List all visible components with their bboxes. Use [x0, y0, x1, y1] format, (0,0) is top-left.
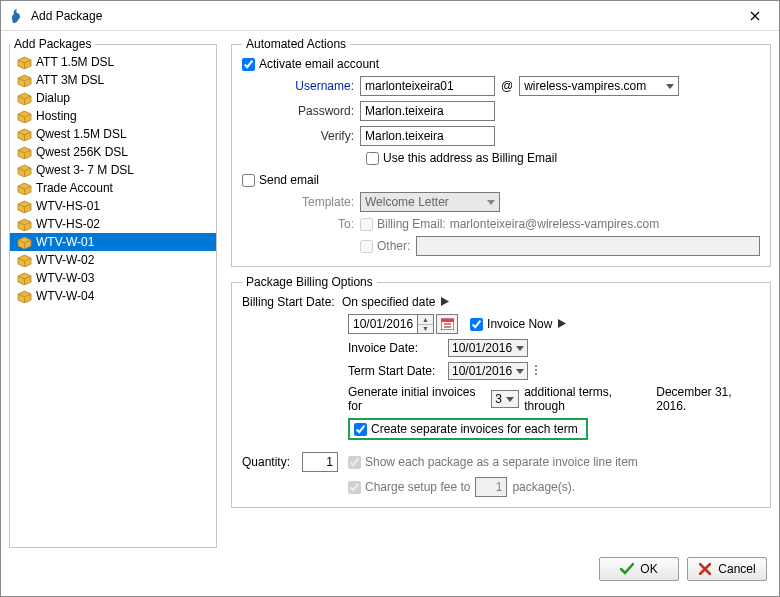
- package-label: WTV-W-03: [36, 271, 94, 285]
- password-input[interactable]: [360, 101, 495, 121]
- titlebar: Add Package: [1, 1, 779, 31]
- gen-prefix: Generate initial invoices for: [348, 385, 486, 413]
- package-item[interactable]: Hosting: [10, 107, 216, 125]
- package-label: Qwest 1.5M DSL: [36, 127, 127, 141]
- package-item[interactable]: Dialup: [10, 89, 216, 107]
- billing-email-checkbox[interactable]: Billing Email:: [360, 217, 446, 231]
- package-icon: [16, 216, 32, 232]
- password-label: Password:: [270, 104, 360, 118]
- package-icon: [16, 270, 32, 286]
- package-icon: [16, 198, 32, 214]
- separate-invoices-label: Create separate invoices for each term: [371, 422, 578, 436]
- show-each-checkbox[interactable]: Show each package as a separate invoice …: [348, 455, 638, 469]
- package-item[interactable]: WTV-HS-01: [10, 197, 216, 215]
- spin-buttons[interactable]: ▲▼: [418, 314, 434, 334]
- quantity-label: Quantity:: [242, 455, 302, 469]
- package-item[interactable]: Qwest 256K DSL: [10, 143, 216, 161]
- check-icon: [620, 562, 634, 576]
- charge-setup-suffix: package(s).: [512, 480, 575, 494]
- package-label: WTV-W-01: [36, 235, 94, 249]
- domain-select[interactable]: wireless-vampires.com: [519, 76, 679, 96]
- package-label: WTV-HS-02: [36, 217, 100, 231]
- template-select[interactable]: Welcome Letter: [360, 192, 500, 212]
- package-item[interactable]: WTV-HS-02: [10, 215, 216, 233]
- package-item[interactable]: ATT 1.5M DSL: [10, 53, 216, 71]
- package-item[interactable]: ATT 3M DSL: [10, 71, 216, 89]
- packages-fieldset: Add Packages ATT 1.5M DSLATT 3M DSLDialu…: [9, 37, 217, 548]
- invoice-date-select[interactable]: 10/01/2016: [448, 339, 528, 357]
- billing-start-date-picker[interactable]: 10/01/2016 ▲▼: [348, 314, 458, 334]
- verify-input[interactable]: [360, 126, 495, 146]
- package-item[interactable]: WTV-W-04: [10, 287, 216, 305]
- activate-email-label: Activate email account: [259, 57, 379, 71]
- gen-suffix: additional terms, through: [524, 385, 650, 413]
- package-label: Trade Account: [36, 181, 113, 195]
- ok-button[interactable]: OK: [599, 557, 679, 581]
- quantity-input[interactable]: [302, 452, 338, 472]
- template-label: Template:: [270, 195, 360, 209]
- package-item[interactable]: Trade Account: [10, 179, 216, 197]
- gen-count-value: 3: [495, 392, 502, 406]
- package-item[interactable]: Qwest 3- 7 M DSL: [10, 161, 216, 179]
- separate-invoices-checkbox[interactable]: Create separate invoices for each term: [354, 422, 578, 436]
- cancel-label: Cancel: [718, 562, 755, 576]
- billing-start-mode[interactable]: On specified date: [342, 295, 435, 309]
- invoice-now-checkbox[interactable]: Invoice Now: [470, 317, 552, 331]
- packages-legend: Add Packages: [10, 37, 95, 51]
- gen-count-select[interactable]: 3: [491, 390, 519, 408]
- svg-point-5: [535, 369, 537, 371]
- domain-value: wireless-vampires.com: [524, 79, 646, 93]
- activate-email-checkbox[interactable]: Activate email account: [242, 57, 379, 71]
- package-icon: [16, 126, 32, 142]
- billing-options-fieldset: Package Billing Options Billing Start Da…: [231, 275, 771, 508]
- package-icon: [16, 180, 32, 196]
- package-item[interactable]: Qwest 1.5M DSL: [10, 125, 216, 143]
- invoice-date-value: 10/01/2016: [452, 341, 512, 355]
- invoice-now-label: Invoice Now: [487, 317, 552, 331]
- package-icon: [16, 54, 32, 70]
- package-item[interactable]: WTV-W-01: [10, 233, 216, 251]
- invoice-date-label: Invoice Date:: [348, 341, 448, 355]
- play-icon[interactable]: [558, 317, 566, 331]
- right-panel: Automated Actions Activate email account…: [217, 37, 771, 548]
- svg-point-6: [535, 373, 537, 375]
- package-icon: [16, 72, 32, 88]
- send-email-checkbox[interactable]: Send email: [242, 173, 319, 187]
- window-title: Add Package: [31, 9, 735, 23]
- cancel-button[interactable]: Cancel: [687, 557, 767, 581]
- gen-through: December 31, 2016.: [656, 385, 760, 413]
- package-label: WTV-W-04: [36, 289, 94, 303]
- more-icon[interactable]: [534, 364, 538, 379]
- package-icon: [16, 288, 32, 304]
- billing-options-legend: Package Billing Options: [242, 275, 377, 289]
- billing-start-date-value: 10/01/2016: [348, 314, 418, 334]
- package-label: WTV-W-02: [36, 253, 94, 267]
- package-icon: [16, 234, 32, 250]
- x-icon: [698, 562, 712, 576]
- other-checkbox[interactable]: Other:: [360, 239, 410, 253]
- window-close-button[interactable]: [735, 2, 775, 30]
- calendar-icon[interactable]: [436, 314, 458, 334]
- svg-rect-1: [441, 319, 454, 322]
- dialog-body: Add Packages ATT 1.5M DSLATT 3M DSLDialu…: [1, 31, 779, 548]
- play-icon[interactable]: [441, 295, 449, 309]
- package-label: ATT 3M DSL: [36, 73, 104, 87]
- template-value: Welcome Letter: [365, 195, 449, 209]
- charge-setup-checkbox[interactable]: Charge setup fee to: [348, 480, 470, 494]
- billing-start-label: Billing Start Date:: [242, 295, 342, 309]
- term-start-select[interactable]: 10/01/2016: [448, 362, 528, 380]
- use-billing-label: Use this address as Billing Email: [383, 151, 557, 165]
- send-email-label: Send email: [259, 173, 319, 187]
- term-start-label: Term Start Date:: [348, 364, 448, 378]
- to-label: To:: [270, 217, 360, 231]
- package-item[interactable]: WTV-W-03: [10, 269, 216, 287]
- billing-email-value: marlonteixeira@wireless-vampires.com: [450, 217, 660, 231]
- package-item[interactable]: WTV-W-02: [10, 251, 216, 269]
- billing-email-label: Billing Email:: [377, 217, 446, 231]
- username-input[interactable]: [360, 76, 495, 96]
- package-label: WTV-HS-01: [36, 199, 100, 213]
- use-billing-checkbox[interactable]: Use this address as Billing Email: [366, 151, 557, 165]
- packages-list[interactable]: ATT 1.5M DSLATT 3M DSLDialupHostingQwest…: [10, 51, 216, 547]
- username-label: Username:: [270, 79, 360, 93]
- package-icon: [16, 90, 32, 106]
